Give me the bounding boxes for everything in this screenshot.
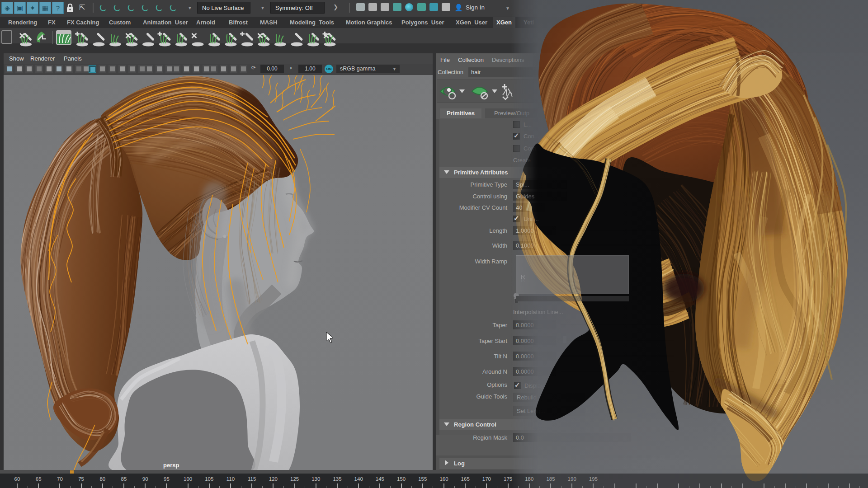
svg-text:persp: persp	[163, 462, 179, 469]
